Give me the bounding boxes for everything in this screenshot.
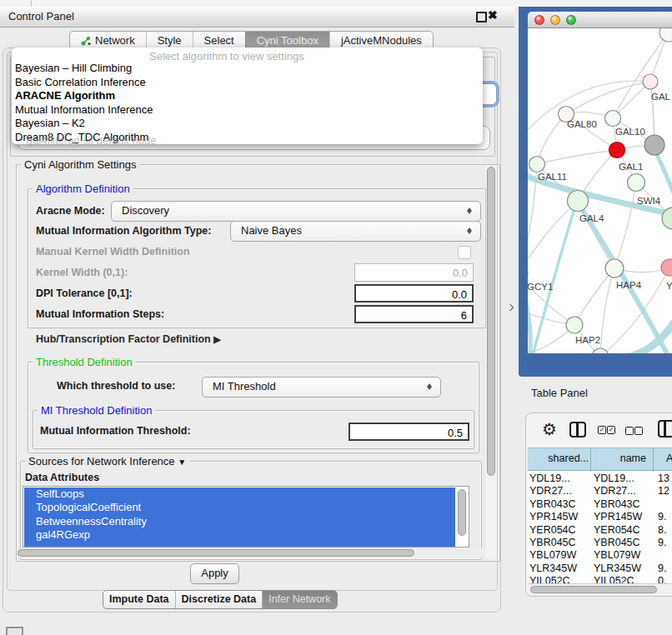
table-row[interactable]: YDL19...YDL19...13 (528, 472, 672, 484)
network-edge-highlighted[interactable] (579, 205, 669, 353)
zoom-traffic-light[interactable] (566, 15, 576, 25)
list-vscrollbar[interactable] (456, 488, 469, 547)
gear-icon[interactable]: ⚙ (542, 419, 557, 439)
hub-definition-label: Hub/Transcription Factor Definition (36, 333, 211, 345)
network-node[interactable] (566, 317, 583, 333)
network-edge[interactable] (614, 182, 636, 268)
network-edge[interactable] (574, 268, 614, 325)
mi-type-combo[interactable]: Naive Bayes (230, 221, 481, 242)
manual-kernel-checkbox[interactable] (458, 246, 471, 259)
algorithm-option[interactable]: Bayesian – Hill Climbing (15, 62, 479, 76)
tab-label: jActiveMNodules (341, 32, 422, 49)
checked-checkbox-icon[interactable]: ✓ (607, 426, 615, 434)
tab-jactivemnodules[interactable]: jActiveMNodules (329, 32, 433, 49)
minimize-traffic-light[interactable] (550, 15, 560, 25)
minimized-panel-icon[interactable] (6, 627, 23, 635)
unchecked-checkbox-icon[interactable] (625, 427, 634, 435)
application-window: Control Panel ✖ Network Style Select Cyn… (0, 0, 672, 635)
table-row[interactable]: YBR045CYBR045C9. (528, 536, 672, 548)
data-attributes-list[interactable]: SelfLoopsTopologicalCoefficientBetweenne… (23, 486, 469, 548)
mi-steps-label: Mutual Information Steps: (36, 308, 164, 320)
tab-infer-network[interactable]: Infer Network (262, 591, 336, 608)
attribute-item[interactable]: TopologicalCoefficient (24, 501, 455, 514)
close-traffic-light[interactable] (534, 15, 544, 25)
sources-title: Sources for Network Inference (28, 455, 175, 468)
mi-steps-input[interactable]: 6 (354, 305, 474, 323)
network-canvas[interactable]: GALGAL80GAL10GAL1GAL11SWI4GAL4GCY1HAP4YH… (528, 28, 672, 353)
settings-vscrollbar[interactable] (486, 165, 497, 558)
table-row[interactable]: YPR145WYPR145W9. (528, 510, 672, 522)
scrollbar-thumb[interactable] (487, 167, 495, 476)
network-edge[interactable] (566, 82, 650, 114)
network-node[interactable] (605, 259, 624, 278)
combo-value: MI Threshold (213, 380, 276, 392)
splitpane-collapse-arrow[interactable] (509, 303, 514, 312)
which-threshold-combo[interactable]: MI Threshold (202, 377, 441, 398)
network-icon (81, 36, 91, 46)
table-row[interactable]: YIL052CYIL052C0. (528, 574, 672, 583)
kernel-width-input[interactable]: 0.0 (354, 263, 474, 282)
tab-discretize-data[interactable]: Discretize Data (175, 591, 263, 608)
network-node[interactable] (659, 28, 672, 42)
mi-threshold-input[interactable]: 0.5 (349, 422, 469, 441)
network-node[interactable] (605, 111, 621, 127)
table-cell: YDR27... (529, 485, 572, 497)
column-header-extra[interactable]: A (666, 452, 672, 464)
network-node[interactable] (644, 135, 664, 155)
close-icon[interactable]: ✖ (488, 8, 498, 22)
tab-style[interactable]: Style (146, 32, 193, 49)
table-cell: YBL079W (529, 549, 576, 561)
network-node[interactable] (643, 74, 658, 89)
checked-checkbox-icon[interactable]: ✓ (598, 426, 606, 434)
network-window-titlebar[interactable] (528, 12, 672, 28)
float-window-icon[interactable] (476, 12, 487, 22)
tab-cyni-toolbox[interactable]: Cyni Toolbox (245, 32, 329, 49)
algorithm-list: Bayesian – Hill ClimbingBasic Correlatio… (15, 62, 479, 145)
network-edge[interactable] (537, 114, 566, 164)
scrollbar-thumb[interactable] (530, 586, 657, 593)
column-divider[interactable] (653, 448, 654, 472)
scrollbar-thumb[interactable] (458, 489, 466, 536)
tab-impute-data[interactable]: Impute Data (103, 591, 175, 608)
tab-select[interactable]: Select (193, 32, 245, 49)
network-node[interactable] (592, 348, 609, 353)
scrollbar-thumb[interactable] (18, 549, 414, 557)
table-row[interactable]: YBR043CYBR043C (528, 498, 672, 510)
algorithm-option[interactable]: Basic Correlation Inference (15, 76, 479, 90)
network-node[interactable] (609, 142, 625, 158)
table-row[interactable]: YLR345WYLR345W9. (528, 562, 672, 574)
tab-network[interactable]: Network (70, 32, 146, 49)
table-row[interactable]: YBL079WYBL079W (528, 548, 672, 561)
algorithm-option[interactable]: ARACNE Algorithm (15, 89, 479, 103)
aracne-mode-combo[interactable]: Discovery (111, 201, 481, 222)
dpi-tolerance-input[interactable]: 0.0 (354, 284, 474, 302)
network-node[interactable] (628, 174, 645, 192)
network-node[interactable] (529, 157, 545, 172)
combo-value: Naive Bayes (241, 224, 302, 237)
attribute-item[interactable]: SelfLoops (24, 488, 455, 501)
network-node[interactable] (568, 191, 589, 212)
network-node[interactable] (661, 259, 672, 276)
column-divider[interactable] (590, 448, 591, 472)
hub-definition-toggle[interactable]: Hub/Transcription Factor Definition ▶ (36, 333, 221, 345)
mi-type-label: Mutual Information Algorithm Type: (36, 225, 211, 237)
algorithm-option[interactable]: Mutual Information Inference (15, 103, 479, 118)
settings-hscrollbar[interactable] (17, 548, 484, 558)
column-layout-icon[interactable] (569, 422, 586, 438)
apply-button[interactable]: Apply (190, 563, 239, 584)
table-options-icon[interactable] (658, 420, 672, 438)
network-edge[interactable] (528, 201, 578, 273)
algorithm-option[interactable]: Bayesian – K2 (15, 117, 479, 131)
column-header-name[interactable]: name (591, 452, 646, 464)
table-cell: 12 (658, 485, 669, 497)
table-hscrollbar[interactable] (528, 583, 672, 594)
table-row[interactable]: YER054CYER054C8. (528, 523, 672, 536)
attribute-item[interactable]: BetweennessCentrality (24, 515, 455, 528)
network-edge[interactable] (600, 268, 614, 353)
table-row[interactable]: YDR27...YDR27...12 (528, 484, 672, 497)
collapse-arrow-icon[interactable]: ▼ (178, 458, 186, 467)
attribute-item[interactable]: gal4RGexp (24, 528, 455, 542)
network-edge[interactable] (613, 32, 669, 118)
column-header-shared[interactable]: shared... (528, 452, 589, 464)
unchecked-checkbox-icon[interactable] (634, 427, 643, 435)
